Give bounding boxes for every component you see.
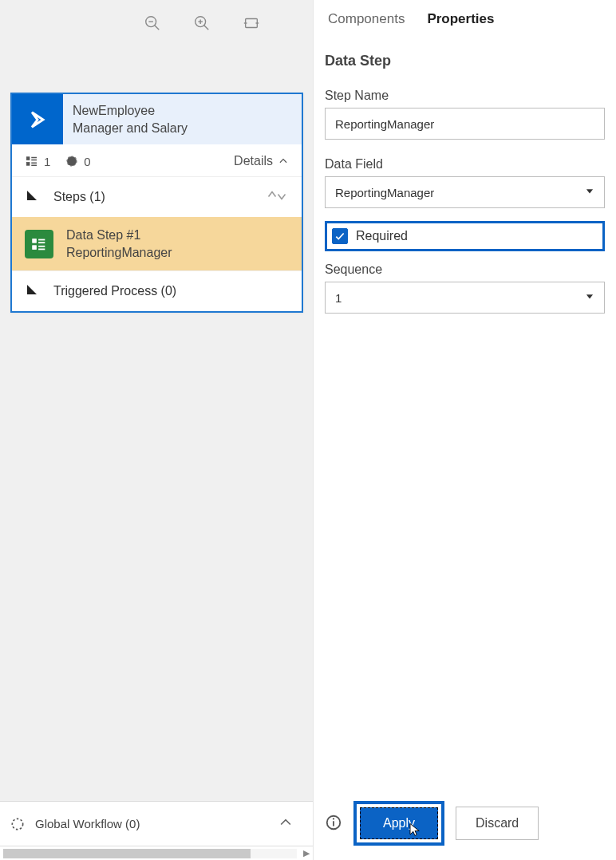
reorder-icon[interactable] <box>265 188 289 206</box>
properties-panel: Components Properties Data Step Step Nam… <box>313 0 616 860</box>
triggered-process-label: Triggered Process (0) <box>53 284 176 298</box>
apply-button[interactable]: Apply <box>360 807 438 839</box>
step-name-input[interactable] <box>325 108 605 140</box>
chevron-up-icon[interactable] <box>278 815 303 833</box>
stage-chevron-icon <box>12 94 63 144</box>
data-step-row[interactable]: Data Step #1 ReportingManager <box>12 217 302 270</box>
triangle-icon <box>25 282 39 300</box>
workflow-icon <box>10 816 26 832</box>
global-workflow-bar[interactable]: Global Workflow (0) <box>0 801 313 846</box>
scroll-right-arrow[interactable]: ▶ <box>300 848 313 858</box>
fit-screen-icon[interactable] <box>243 14 260 32</box>
data-step-icon <box>25 230 53 258</box>
steps-count-value: 1 <box>44 155 50 168</box>
canvas-toolbar <box>144 14 260 32</box>
svg-marker-24 <box>27 285 37 294</box>
required-checkbox[interactable] <box>332 228 348 244</box>
stage-card[interactable]: NewEmployee Manager and Salary 1 0 <box>10 93 303 313</box>
stage-header[interactable]: NewEmployee Manager and Salary <box>12 94 302 144</box>
stage-meta-row: 1 0 Details <box>12 144 302 176</box>
data-field-label: Data Field <box>325 157 605 172</box>
svg-rect-18 <box>33 239 37 243</box>
sequence-select[interactable]: 1 <box>325 282 605 314</box>
data-step-line2: ReportingManager <box>66 244 172 262</box>
data-field-select[interactable]: ReportingManager <box>325 176 605 208</box>
steps-section-row[interactable]: Steps (1) <box>12 176 302 217</box>
svg-point-16 <box>67 156 77 166</box>
panel-tabs: Components Properties <box>325 0 605 38</box>
svg-line-1 <box>155 26 160 30</box>
steps-section-label: Steps (1) <box>53 190 105 204</box>
global-workflow-label: Global Workflow (0) <box>35 817 140 830</box>
triggered-process-row[interactable]: Triggered Process (0) <box>12 270 302 311</box>
svg-marker-17 <box>27 191 37 200</box>
canvas-panel: NewEmployee Manager and Salary 1 0 <box>0 0 313 860</box>
scrollbar-track[interactable] <box>3 849 297 858</box>
details-toggle[interactable]: Details <box>234 154 289 168</box>
trigger-count-icon: 0 <box>65 154 90 168</box>
stage-title: NewEmployee Manager and Salary <box>63 94 197 144</box>
svg-rect-10 <box>26 157 30 160</box>
horizontal-scrollbar[interactable]: ▶ <box>0 846 313 860</box>
sequence-label: Sequence <box>325 262 605 277</box>
triangle-icon <box>25 188 39 206</box>
canvas-area[interactable]: NewEmployee Manager and Salary 1 0 <box>0 0 313 801</box>
scrollbar-thumb[interactable] <box>3 849 251 858</box>
svg-point-30 <box>333 818 334 819</box>
zoom-in-icon[interactable] <box>193 14 211 32</box>
stage-title-line2: Manager and Salary <box>73 120 188 137</box>
panel-footer: Apply Discard <box>325 801 605 846</box>
svg-line-4 <box>204 26 209 30</box>
stage-title-line1: NewEmployee <box>73 102 188 120</box>
required-label: Required <box>356 229 408 243</box>
discard-button[interactable]: Discard <box>456 807 539 840</box>
panel-subtitle: Data Step <box>325 38 605 81</box>
apply-highlight: Apply <box>353 801 444 846</box>
required-checkbox-row[interactable]: Required <box>325 221 605 251</box>
chevron-up-icon <box>278 156 289 167</box>
data-step-line1: Data Step #1 <box>66 227 172 244</box>
svg-point-25 <box>12 819 22 829</box>
tab-components[interactable]: Components <box>328 11 405 30</box>
trigger-count-value: 0 <box>84 155 90 168</box>
tab-properties[interactable]: Properties <box>427 11 494 30</box>
info-icon[interactable] <box>325 814 342 834</box>
svg-rect-13 <box>26 163 30 166</box>
zoom-out-icon[interactable] <box>144 14 161 32</box>
steps-count-icon: 1 <box>25 154 50 168</box>
details-label: Details <box>234 154 273 168</box>
step-name-label: Step Name <box>325 89 605 103</box>
svg-rect-7 <box>246 19 258 28</box>
svg-rect-21 <box>33 246 37 250</box>
data-step-text: Data Step #1 ReportingManager <box>66 227 172 261</box>
